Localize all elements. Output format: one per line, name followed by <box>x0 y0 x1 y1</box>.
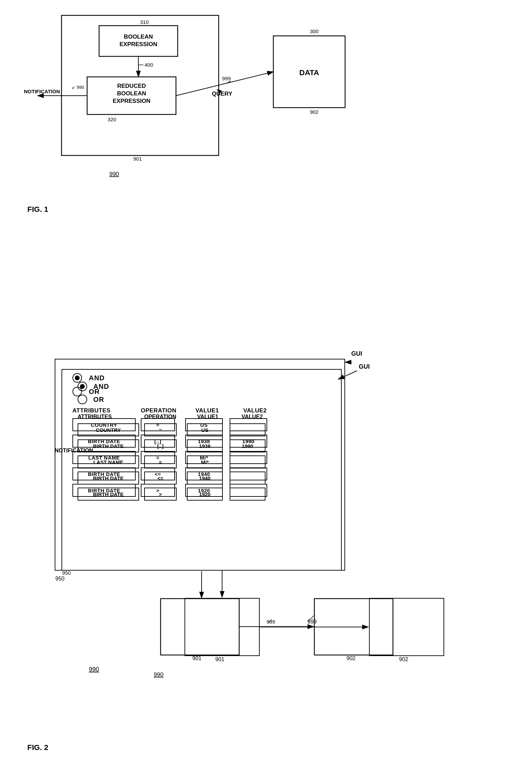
svg-text:400: 400 <box>145 62 153 68</box>
svg-text:300: 300 <box>310 28 318 34</box>
svg-text:QUERY: QUERY <box>212 91 232 97</box>
svg-text:999: 999 <box>222 76 231 81</box>
svg-text:BOOLEAN: BOOLEAN <box>124 33 153 40</box>
svg-text:990: 990 <box>109 171 119 177</box>
svg-text:↙ 990: ↙ 990 <box>72 85 84 90</box>
svg-text:950: 950 <box>62 570 71 576</box>
svg-text:902: 902 <box>310 109 318 115</box>
svg-text:NOTIFICATION: NOTIFICATION <box>24 88 60 94</box>
svg-text:BOOLEAN: BOOLEAN <box>117 90 146 97</box>
svg-text:310: 310 <box>140 19 149 25</box>
svg-text:901: 901 <box>133 156 142 162</box>
svg-text:320: 320 <box>108 117 116 122</box>
svg-line-54 <box>338 371 357 379</box>
fig1-title: FIG. 1 <box>27 205 48 214</box>
svg-text:902: 902 <box>346 655 356 661</box>
svg-rect-61 <box>314 599 393 655</box>
svg-text:DATA: DATA <box>299 68 319 77</box>
svg-text:999: 999 <box>267 619 275 625</box>
svg-text:EXPRESSION: EXPRESSION <box>120 41 158 47</box>
fig1-svg: BOOLEAN EXPRESSION 310 400 REDUCED BOOLE… <box>21 9 396 203</box>
svg-text:990: 990 <box>154 671 163 678</box>
svg-text:901: 901 <box>192 655 202 661</box>
svg-rect-56 <box>161 599 239 655</box>
fig2-svg: 901 999 902 950 990 <box>21 362 499 759</box>
gui-label: GUI <box>351 350 362 357</box>
svg-text:EXPRESSION: EXPRESSION <box>113 98 151 104</box>
svg-text:REDUCED: REDUCED <box>117 83 146 89</box>
fig2-title: FIG. 2 <box>27 743 48 752</box>
